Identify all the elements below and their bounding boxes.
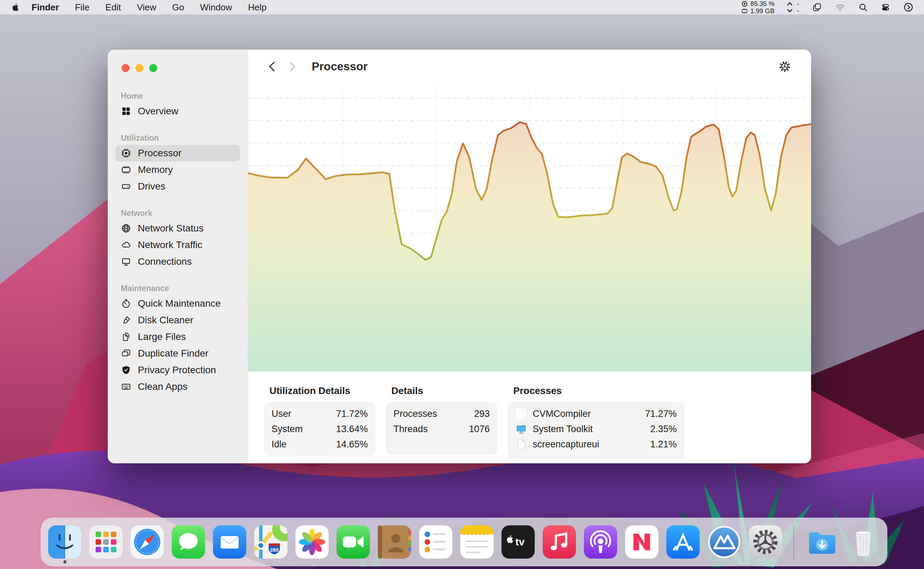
menu-item-go[interactable]: Go: [164, 2, 192, 12]
running-app-indicator: [64, 560, 67, 563]
panel-title: Details: [386, 385, 497, 396]
detail-label: Idle: [272, 439, 287, 450]
panel-title: Processes: [508, 385, 684, 396]
memory-usage-value: 1.99 GB: [751, 8, 775, 15]
settings-icon[interactable]: [749, 525, 782, 558]
detail-row: System13.64%: [264, 421, 375, 437]
cpu-usage-value: 85.35 %: [751, 0, 775, 7]
photos-icon[interactable]: [296, 525, 329, 558]
menu-item-view[interactable]: View: [129, 2, 164, 12]
apple-menu-icon[interactable]: [11, 2, 19, 12]
detail-value: 1076: [469, 424, 490, 435]
sidebar-item-processor[interactable]: Processor: [115, 145, 240, 161]
sidebar-section-network: Network: [115, 207, 240, 220]
contacts-icon[interactable]: [378, 525, 411, 558]
messages-icon[interactable]: [172, 525, 205, 558]
reminders-icon[interactable]: [419, 525, 452, 558]
finder-icon[interactable]: [48, 525, 81, 558]
facetime-icon[interactable]: [337, 525, 370, 558]
system-stats[interactable]: 85.35 % 1.99 GB: [741, 0, 775, 15]
safari-icon[interactable]: [130, 525, 164, 558]
notes-icon[interactable]: [460, 525, 493, 558]
system-toolkit-icon[interactable]: [707, 525, 741, 558]
tv-icon[interactable]: tv: [501, 525, 535, 558]
grid-icon: [121, 106, 131, 116]
sidebar-item-label: Privacy Protection: [138, 365, 216, 376]
process-cpu-value: 71.27%: [645, 409, 677, 419]
sidebar-item-network-traffic[interactable]: Network Traffic: [115, 237, 240, 253]
zoom-button[interactable]: [149, 64, 157, 72]
downloads-icon[interactable]: [806, 525, 839, 558]
sidebar-item-label: Large Files: [138, 331, 186, 342]
dock: 280tv: [41, 518, 887, 566]
cpu-icon: [121, 148, 131, 158]
detail-row: Threads1076: [386, 421, 497, 437]
documents-icon: [121, 332, 131, 342]
process-row[interactable]: System Toolkit2.35%: [508, 421, 684, 437]
process-row[interactable]: CVMCompiler71.27%: [508, 406, 684, 421]
detail-value: 293: [474, 409, 490, 419]
podcasts-icon[interactable]: [584, 525, 617, 558]
sidebar-item-connections[interactable]: Connections: [115, 253, 240, 270]
process-name: screencaptureui: [533, 439, 599, 450]
maps-icon[interactable]: 280: [254, 525, 287, 558]
news-icon[interactable]: [625, 525, 658, 558]
sidebar-item-label: Connections: [138, 256, 192, 267]
process-cpu-value: 2.35%: [650, 424, 677, 435]
sidebar-section-utilization: Utilization: [115, 131, 240, 145]
window-content: Processor Utilization Details User71.72%…: [248, 50, 811, 463]
blank-app-icon: [515, 408, 527, 420]
sidebar-item-clean-apps[interactable]: Clean Apps: [115, 379, 240, 395]
detail-label: Threads: [393, 424, 428, 435]
sidebar-item-overview[interactable]: Overview: [115, 103, 240, 120]
menu-app-name[interactable]: Finder: [24, 2, 67, 13]
gear-icon[interactable]: [778, 59, 792, 73]
process-name: System Toolkit: [533, 424, 593, 435]
music-icon[interactable]: [543, 525, 576, 558]
sidebar-item-disk-cleaner[interactable]: Disk Cleaner: [115, 312, 240, 329]
menu-item-window[interactable]: Window: [192, 2, 240, 12]
trash-icon[interactable]: [847, 525, 880, 558]
menu-item-help[interactable]: Help: [240, 2, 274, 12]
sidebar-item-label: Clean Apps: [138, 381, 187, 392]
minimize-button[interactable]: [135, 64, 143, 72]
menu-item-edit[interactable]: Edit: [97, 2, 129, 12]
sidebar-item-label: Overview: [138, 106, 178, 117]
svg-text:280: 280: [270, 547, 278, 553]
cpu-icon: [741, 0, 748, 7]
processes-panel: CVMCompiler71.27%System Toolkit2.35%scre…: [508, 402, 684, 459]
system-toolkit-window: HomeOverviewUtilizationProcessorMemoryDr…: [108, 50, 811, 463]
sidebar-item-label: Memory: [138, 164, 173, 175]
mail-icon[interactable]: [213, 525, 246, 558]
detail-label: User: [272, 409, 291, 419]
drive-icon: [121, 181, 131, 192]
duplicate-icon: [121, 348, 131, 359]
launchpad-icon[interactable]: [90, 525, 123, 558]
process-name: CVMCompiler: [533, 409, 591, 419]
back-button[interactable]: [267, 60, 276, 73]
menu-item-file[interactable]: File: [67, 2, 97, 12]
chevron-down-icon: [787, 9, 793, 13]
search-icon[interactable]: [858, 2, 868, 12]
detail-row: Idle14.65%: [264, 437, 375, 452]
processes-section: Processes CVMCompiler71.27%System Toolki…: [508, 385, 684, 459]
forward-button[interactable]: [288, 60, 297, 73]
network-throughput[interactable]: - -: [787, 1, 799, 14]
sidebar-item-privacy-protection[interactable]: Privacy Protection: [115, 362, 240, 379]
wifi-icon[interactable]: [834, 2, 846, 12]
sidebar-item-memory[interactable]: Memory: [115, 161, 240, 178]
circle-chevron-icon[interactable]: [903, 2, 913, 12]
detail-value: 13.64%: [336, 424, 368, 435]
cpu-usage-chart: [248, 83, 811, 371]
sidebar-item-drives[interactable]: Drives: [115, 178, 240, 195]
control-center-icon[interactable]: [880, 2, 891, 12]
windows-stack-icon[interactable]: [812, 2, 822, 12]
close-button[interactable]: [121, 64, 129, 72]
process-row[interactable]: screencaptureui1.21%: [508, 437, 684, 452]
sidebar-item-duplicate-finder[interactable]: Duplicate Finder: [115, 345, 240, 362]
app-store-icon[interactable]: [666, 525, 699, 558]
sidebar-item-network-status[interactable]: Network Status: [115, 220, 240, 237]
document-app-icon: [515, 438, 527, 450]
sidebar-item-large-files[interactable]: Large Files: [115, 329, 240, 345]
sidebar-item-quick-maintenance[interactable]: Quick Maintenance: [115, 295, 240, 312]
